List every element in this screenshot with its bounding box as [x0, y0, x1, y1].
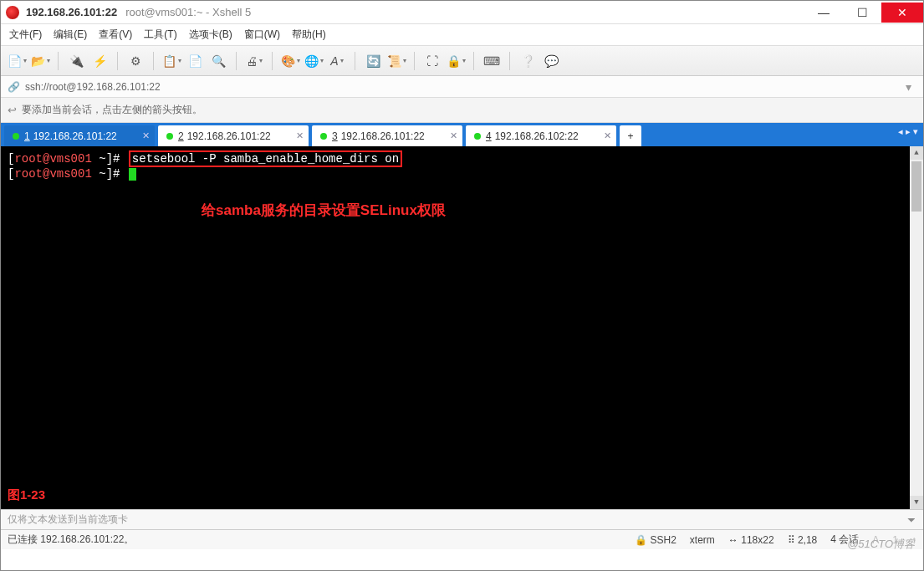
hint-bar: ↩ 要添加当前会话，点击左侧的箭头按钮。 [1, 98, 923, 123]
annotation-text: 给samba服务的目录设置SELinux权限 [202, 203, 446, 218]
highlighted-command: setsebool -P samba_enable_home_dirs on [129, 150, 402, 167]
status-dot-icon [166, 133, 173, 140]
print-button[interactable]: 🖨 [245, 52, 263, 70]
menu-edit[interactable]: 编辑(E) [54, 28, 87, 42]
copy-button[interactable]: 📋 [162, 52, 181, 70]
menu-window[interactable]: 窗口(W) [244, 28, 280, 42]
cursor [129, 168, 136, 181]
tab-number: 4 [486, 130, 492, 142]
add-tab-button[interactable]: + [620, 125, 641, 146]
tab-close-icon[interactable]: ✕ [450, 130, 457, 141]
keyboard-button[interactable]: ⌨ [482, 52, 501, 70]
session-tab-3[interactable]: 3 192.168.26.101:22 ✕ [312, 125, 462, 146]
menu-tools[interactable]: 工具(T) [144, 28, 176, 42]
app-icon [6, 6, 19, 19]
maximize-button[interactable]: ☐ [843, 3, 881, 23]
status-dot-icon [320, 133, 327, 140]
properties-button[interactable]: ⚙ [126, 52, 145, 70]
link-icon: 🔗 [8, 81, 20, 93]
menu-file[interactable]: 文件(F) [9, 28, 42, 42]
address-add-button[interactable]: ▾ [901, 80, 916, 94]
tab-number: 3 [332, 130, 338, 142]
status-term: xterm [690, 534, 715, 546]
titlebar: 192.168.26.101:22 root@vms001:~ - Xshell… [1, 1, 923, 24]
scroll-down-icon[interactable]: ▼ [910, 496, 923, 509]
help-icon[interactable]: ❔ [518, 52, 537, 70]
status-size: ↔ 118x22 [728, 534, 774, 546]
tab-label: 192.168.26.101:22 [33, 130, 117, 142]
terminal-line: [root@vms001 ~]# [8, 166, 916, 181]
hint-arrow-icon[interactable]: ↩ [8, 104, 17, 116]
paste-button[interactable]: 📄 [186, 52, 204, 70]
menu-tab[interactable]: 选项卡(B) [189, 28, 232, 42]
session-tab-4[interactable]: 4 192.168.26.102:22 ✕ [466, 125, 616, 146]
toolbar-separator [117, 52, 118, 70]
find-button[interactable]: 🔍 [209, 52, 227, 70]
terminal[interactable]: [root@vms001 ~]# setsebool -P samba_enab… [1, 146, 923, 509]
status-dot-icon [474, 133, 481, 140]
fullscreen-button[interactable]: ⛶ [423, 52, 442, 70]
session-tab-2[interactable]: 2 192.168.26.101:22 ✕ [158, 125, 309, 146]
status-dot-icon [13, 133, 19, 140]
tab-strip: 1 192.168.26.101:22 ✕ 2 192.168.26.101:2… [1, 123, 923, 146]
scroll-thumb[interactable] [911, 161, 921, 212]
menubar: 文件(F) 编辑(E) 查看(V) 工具(T) 选项卡(B) 窗口(W) 帮助(… [1, 24, 923, 46]
toolbar-separator [272, 52, 273, 70]
figure-label: 图1-23 [8, 487, 45, 502]
font-button[interactable]: A [328, 52, 346, 70]
tab-close-icon[interactable]: ✕ [142, 130, 150, 141]
compose-target-dropdown[interactable]: ⏷ [906, 514, 916, 526]
script-button[interactable]: 📜 [387, 52, 406, 70]
toolbar-separator [355, 52, 355, 70]
watermark: @51CTO博客 [847, 537, 915, 552]
tab-label: 192.168.26.101:22 [341, 130, 425, 142]
menu-help[interactable]: 帮助(H) [292, 28, 326, 42]
toolbar-separator [509, 52, 510, 70]
terminal-line: [root@vms001 ~]# setsebool -P samba_enab… [8, 151, 916, 166]
address-bar[interactable]: 🔗 ssh://root@192.168.26.101:22 ▾ [1, 76, 923, 98]
color-scheme-button[interactable]: 🎨 [281, 52, 299, 70]
toolbar-separator [58, 52, 59, 70]
status-pos: ⠿ 2,18 [788, 534, 818, 546]
address-text: ssh://root@192.168.26.101:22 [25, 81, 161, 93]
refresh-button[interactable]: 🔄 [364, 52, 382, 70]
status-bar: 已连接 192.168.26.101:22。 🔒 SSH2 xterm ↔ 11… [1, 529, 923, 549]
menu-view[interactable]: 查看(V) [99, 28, 132, 42]
open-session-button[interactable]: 📂 [31, 52, 49, 70]
feedback-icon[interactable]: 💬 [542, 52, 560, 70]
session-tab-1[interactable]: 1 192.168.26.101:22 ✕ [4, 125, 155, 146]
window-title-ip: 192.168.26.101:22 [26, 6, 117, 18]
status-ssh: 🔒 SSH2 [635, 534, 676, 546]
terminal-scrollbar[interactable]: ▲ ▼ [910, 146, 923, 509]
tab-label: 192.168.26.102:22 [495, 130, 579, 142]
toolbar-separator [236, 52, 237, 70]
toolbar-separator [473, 52, 474, 70]
tab-label: 192.168.26.101:22 [187, 130, 271, 142]
new-session-button[interactable]: 📄 [8, 52, 26, 70]
tab-close-icon[interactable]: ✕ [604, 130, 611, 141]
status-connection: 已连接 192.168.26.101:22。 [8, 533, 134, 547]
lock-button[interactable]: 🔒 [447, 52, 465, 70]
minimize-button[interactable]: — [804, 3, 843, 23]
tab-number: 1 [24, 130, 30, 142]
toolbar: 📄 📂 🔌 ⚡ ⚙ 📋 📄 🔍 🖨 🎨 🌐 A 🔄 📜 ⛶ 🔒 ⌨ ❔ 💬 [1, 46, 923, 76]
compose-input-bar[interactable]: 仅将文本发送到当前选项卡 ⏷ [1, 509, 923, 529]
window-title-sub: root@vms001:~ - Xshell 5 [125, 6, 251, 18]
scroll-up-icon[interactable]: ▲ [910, 146, 923, 160]
window-buttons: — ☐ ✕ [804, 3, 923, 23]
close-button[interactable]: ✕ [881, 3, 923, 23]
toolbar-separator [153, 52, 154, 70]
tab-close-icon[interactable]: ✕ [296, 130, 304, 141]
tab-nav-arrows[interactable]: ◂ ▸ ▾ [898, 126, 918, 137]
hint-text: 要添加当前会话，点击左侧的箭头按钮。 [22, 103, 202, 117]
compose-placeholder: 仅将文本发送到当前选项卡 [8, 512, 128, 527]
disconnect-button[interactable]: ⚡ [90, 52, 109, 70]
tab-number: 2 [178, 130, 184, 142]
reconnect-button[interactable]: 🔌 [67, 52, 85, 70]
encoding-button[interactable]: 🌐 [304, 52, 323, 70]
toolbar-separator [414, 52, 415, 70]
